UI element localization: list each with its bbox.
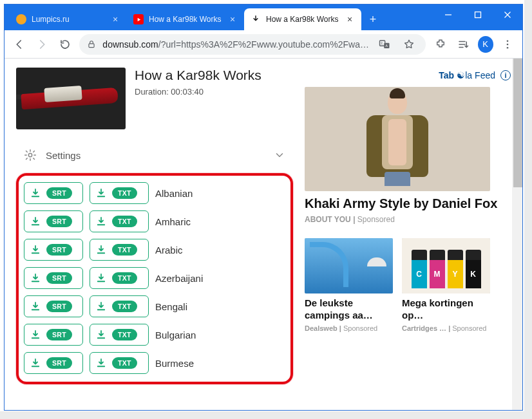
video-header: How a Kar98k Works Duration: 00:03:40 xyxy=(16,68,293,129)
site-icon xyxy=(16,14,26,24)
download-srt-button[interactable]: SRT xyxy=(24,239,83,261)
ad-card-small[interactable]: CMYKMega kortingen op…Cartridges … | Spo… xyxy=(402,238,490,332)
download-icon xyxy=(95,272,107,284)
language-name: Amharic xyxy=(155,216,191,227)
ad-card-main[interactable]: Khaki Army Style by Daniel Fox ABOUT YOU… xyxy=(305,87,511,224)
close-tab-icon[interactable]: × xyxy=(345,14,355,24)
language-row: SRTTXTArabic xyxy=(24,239,285,261)
language-name: Azerbaijani xyxy=(155,273,203,284)
download-icon xyxy=(30,329,41,340)
language-name: Bulgarian xyxy=(155,330,196,340)
vertical-scrollbar[interactable] xyxy=(512,59,522,410)
svg-point-9 xyxy=(507,40,509,42)
download-txt-button[interactable]: TXT xyxy=(90,210,149,232)
srt-pill: SRT xyxy=(46,357,72,369)
close-tab-icon[interactable]: × xyxy=(227,14,238,24)
tab-strip: Lumpics.ru×How a Kar98k Works×How a Kar9… xyxy=(5,7,361,30)
ad-card-small[interactable]: De leukste campings aa…Dealsweb | Sponso… xyxy=(305,238,393,332)
svg-point-11 xyxy=(507,46,509,48)
forward-button[interactable] xyxy=(33,35,50,53)
language-name: Burmese xyxy=(155,358,194,369)
svg-text:文: 文 xyxy=(380,41,383,45)
translate-icon[interactable]: 文A xyxy=(375,35,394,53)
browser-tab[interactable]: Lumpics.ru× xyxy=(10,8,127,30)
txt-pill: TXT xyxy=(112,357,137,369)
url-text: downsub.com/?url=https%3A%2F%2Fwww.youtu… xyxy=(102,39,369,50)
ad-title: Mega kortingen op… xyxy=(402,297,490,322)
download-icon xyxy=(95,357,107,369)
language-row: SRTTXTAmharic xyxy=(24,210,285,232)
language-row: SRTTXTBengali xyxy=(24,295,285,317)
download-txt-button[interactable]: TXT xyxy=(90,267,149,289)
browser-tab[interactable]: How a Kar98k Works× xyxy=(127,8,244,30)
download-srt-button[interactable]: SRT xyxy=(24,324,83,346)
txt-pill: TXT xyxy=(112,244,137,256)
video-thumbnail[interactable] xyxy=(16,68,126,129)
svg-point-10 xyxy=(507,43,509,45)
toolbar: downsub.com/?url=https%3A%2F%2Fwww.youtu… xyxy=(5,30,522,59)
download-srt-button[interactable]: SRT xyxy=(24,182,83,204)
download-icon xyxy=(95,187,107,199)
back-button[interactable] xyxy=(11,35,27,53)
new-tab-button[interactable]: + xyxy=(364,10,382,28)
browser-tab[interactable]: How a Kar98k Works× xyxy=(244,8,361,30)
settings-label: Settings xyxy=(46,150,81,161)
downsub-icon xyxy=(251,14,261,24)
close-tab-icon[interactable]: × xyxy=(110,14,120,24)
srt-pill: SRT xyxy=(46,301,72,312)
download-srt-button[interactable]: SRT xyxy=(24,295,83,317)
download-txt-button[interactable]: TXT xyxy=(90,182,149,204)
txt-pill: TXT xyxy=(112,329,137,340)
profile-avatar[interactable]: K xyxy=(478,36,493,53)
reading-list-icon[interactable] xyxy=(455,35,471,53)
language-name: Bengali xyxy=(155,301,187,312)
download-txt-button[interactable]: TXT xyxy=(90,352,149,374)
page-content: How a Kar98k Works Duration: 00:03:40 Se… xyxy=(5,59,522,410)
maximize-button[interactable] xyxy=(463,5,493,25)
download-icon xyxy=(30,187,41,199)
scrollbar-thumb[interactable] xyxy=(513,59,522,187)
info-icon[interactable]: i xyxy=(500,70,511,80)
language-row: SRTTXTBulgarian xyxy=(24,324,285,346)
txt-pill: TXT xyxy=(112,187,137,199)
bookmark-star-icon[interactable] xyxy=(400,35,418,53)
download-icon xyxy=(95,301,107,312)
settings-toggle[interactable]: Settings xyxy=(16,141,293,169)
txt-pill: TXT xyxy=(112,272,137,284)
srt-pill: SRT xyxy=(46,187,72,199)
download-txt-button[interactable]: TXT xyxy=(90,324,149,346)
language-row: SRTTXTBurmese xyxy=(24,352,285,374)
extensions-icon[interactable] xyxy=(432,35,448,53)
language-name: Albanian xyxy=(155,188,193,199)
window-controls xyxy=(433,5,522,25)
svg-rect-1 xyxy=(475,12,481,18)
download-icon xyxy=(30,357,41,369)
srt-pill: SRT xyxy=(46,244,72,256)
download-srt-button[interactable]: SRT xyxy=(24,210,83,232)
tab-title: How a Kar98k Works xyxy=(149,15,222,24)
ad-source: Dealsweb | Sponsored xyxy=(305,324,393,332)
kebab-menu-icon[interactable] xyxy=(500,35,516,53)
address-bar[interactable]: downsub.com/?url=https%3A%2F%2Fwww.youtu… xyxy=(79,34,426,55)
download-icon xyxy=(95,329,107,340)
viewport: How a Kar98k Works Duration: 00:03:40 Se… xyxy=(5,59,522,410)
video-title: How a Kar98k Works xyxy=(135,68,261,83)
download-txt-button[interactable]: TXT xyxy=(90,239,149,261)
left-column: How a Kar98k Works Duration: 00:03:40 Se… xyxy=(16,68,293,384)
window-close-button[interactable] xyxy=(493,5,522,25)
language-row: SRTTXTAlbanian xyxy=(24,182,285,204)
minimize-button[interactable] xyxy=(433,5,463,25)
srt-pill: SRT xyxy=(46,216,72,227)
download-srt-button[interactable]: SRT xyxy=(24,267,83,289)
download-srt-button[interactable]: SRT xyxy=(24,352,83,374)
reload-button[interactable] xyxy=(57,35,73,53)
ad-image xyxy=(305,238,393,293)
ad-image xyxy=(305,87,490,191)
ad-source: Cartridges … | Sponsored xyxy=(402,324,490,332)
tab-title: How a Kar98k Works xyxy=(266,15,339,24)
download-txt-button[interactable]: TXT xyxy=(90,295,149,317)
svg-text:A: A xyxy=(386,44,388,48)
ad-title: De leukste campings aa… xyxy=(305,297,393,322)
svg-rect-4 xyxy=(89,43,94,47)
language-row: SRTTXTAzerbaijani xyxy=(24,267,285,289)
